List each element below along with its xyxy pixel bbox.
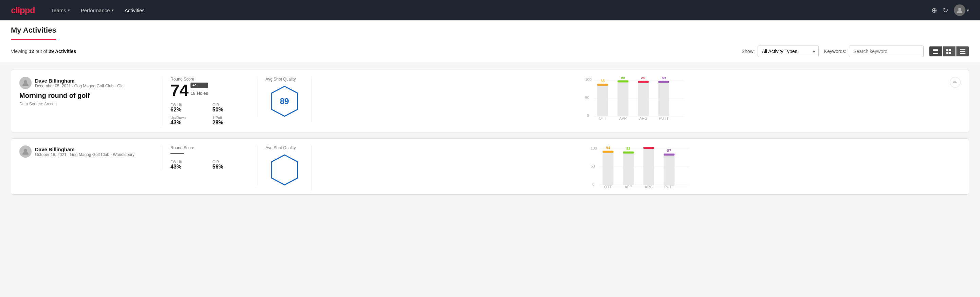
svg-text:89: 89 (662, 77, 665, 80)
svg-rect-4 (933, 53, 938, 54)
search-input[interactable] (849, 46, 924, 57)
svg-rect-3 (933, 52, 938, 52)
svg-rect-21 (597, 84, 608, 86)
svg-text:APP: APP (619, 116, 627, 120)
one-putt-value: 28% (213, 120, 249, 126)
fw-hit-value: 62% (170, 107, 207, 113)
list-dense-view-button[interactable] (929, 46, 942, 56)
score-badge: +4 (191, 83, 208, 88)
svg-rect-49 (623, 152, 634, 153)
svg-point-0 (958, 8, 961, 11)
list-view-button[interactable] (956, 46, 969, 56)
filter-bar: Viewing 12 out of 29 Activities Show: Al… (0, 40, 980, 63)
viewing-count-text: Viewing 12 out of 29 Activities (11, 49, 736, 54)
nav-performance[interactable]: Performance ▾ (81, 5, 114, 16)
svg-text:ARG: ARG (645, 185, 653, 189)
score-holes: 18 Holes (191, 91, 208, 96)
svg-text:0: 0 (587, 113, 589, 118)
svg-rect-2 (933, 50, 938, 51)
avatar-chevron-icon: ▾ (967, 8, 969, 13)
card-left: Dave Billingham December 05, 2021 · Gog … (19, 77, 162, 106)
nav-activities[interactable]: Activities (125, 5, 145, 16)
card-chart: 100 50 0 85 OTT 90 APP (312, 77, 950, 122)
performance-chevron-icon: ▾ (112, 8, 114, 13)
svg-rect-6 (949, 49, 951, 51)
activity-type-select[interactable]: All Activity Types (757, 46, 819, 57)
grid-view-button[interactable] (943, 46, 956, 56)
view-toggles (929, 46, 969, 56)
svg-rect-44 (603, 151, 614, 185)
svg-text:ARG: ARG (640, 116, 648, 120)
show-filter: Show: All Activity Types (741, 46, 819, 57)
app-logo[interactable]: clippd (11, 5, 35, 16)
svg-rect-32 (659, 81, 669, 116)
activity-title: Morning round of golf (19, 92, 154, 99)
svg-rect-29 (638, 81, 649, 83)
svg-rect-48 (623, 152, 634, 185)
user-date: October 16, 2021 · Gog Magog Golf Club -… (35, 152, 134, 157)
avg-shot-quality-label: Avg Shot Quality (266, 77, 296, 81)
activity-card: Dave Billingham December 05, 2021 · Gog … (11, 70, 969, 133)
svg-text:OTT: OTT (605, 185, 612, 189)
svg-text:85: 85 (600, 79, 605, 83)
card-round-score: Round Score FW Hit 43% GIR 56% (162, 145, 257, 170)
svg-rect-53 (643, 147, 654, 149)
card-shot-quality: Avg Shot Quality 89 (257, 77, 312, 117)
shot-quality-number: 89 (280, 96, 289, 106)
avatar (19, 77, 32, 89)
navbar: clippd Teams ▾ Performance ▾ Activities … (0, 0, 980, 21)
add-button[interactable]: ⊕ (931, 6, 937, 14)
svg-rect-57 (664, 153, 675, 156)
svg-rect-56 (664, 153, 675, 185)
score-partial (170, 153, 184, 154)
keywords-filter: Keywords: (824, 46, 924, 57)
round-score-label: Round Score (170, 145, 249, 150)
shot-quality-hexagon (271, 154, 298, 185)
card-left: Dave Billingham October 16, 2021 · Gog M… (19, 145, 162, 160)
svg-rect-28 (638, 81, 649, 116)
svg-text:90: 90 (621, 77, 625, 80)
svg-rect-33 (659, 81, 669, 83)
updown-label: Up/Down (170, 115, 207, 120)
user-avatar-menu[interactable]: ▾ (954, 5, 969, 16)
svg-rect-11 (960, 53, 966, 54)
avg-shot-quality-label: Avg Shot Quality (266, 145, 296, 150)
updown-value: 43% (170, 120, 207, 126)
refresh-button[interactable]: ↻ (943, 6, 948, 14)
svg-text:106: 106 (646, 145, 652, 146)
svg-rect-52 (643, 147, 654, 185)
svg-rect-5 (947, 49, 948, 51)
activity-type-select-wrap: All Activity Types (757, 46, 819, 57)
page-title: My Activities (11, 26, 56, 40)
svg-text:PUTT: PUTT (664, 185, 674, 189)
svg-rect-10 (960, 51, 966, 52)
svg-text:92: 92 (626, 147, 630, 150)
gir-label: GIR (213, 160, 249, 164)
card-shot-quality: Avg Shot Quality (257, 145, 312, 185)
page-header: My Activities (0, 21, 980, 40)
card-user-info: Dave Billingham December 05, 2021 · Gog … (19, 77, 154, 89)
data-source: Data Source: Arccos (19, 102, 154, 106)
svg-rect-1 (933, 49, 938, 50)
svg-text:50: 50 (585, 96, 590, 99)
avatar (954, 5, 966, 16)
fw-hit-label: FW Hit (170, 160, 207, 164)
svg-text:0: 0 (593, 182, 595, 186)
svg-rect-9 (960, 49, 966, 50)
svg-rect-8 (949, 52, 951, 54)
gir-label: GIR (213, 103, 249, 107)
svg-rect-25 (618, 81, 628, 83)
avatar (19, 145, 32, 158)
svg-rect-24 (618, 81, 628, 116)
nav-teams[interactable]: Teams ▾ (51, 5, 70, 16)
activities-list: Dave Billingham December 05, 2021 · Gog … (0, 63, 980, 201)
one-putt-label: 1 Putt (213, 115, 249, 120)
card-chart: 100 50 0 94 OTT 92 APP 106 (312, 145, 961, 191)
edit-button[interactable]: ✏ (950, 77, 961, 88)
svg-text:50: 50 (591, 164, 595, 168)
svg-text:APP: APP (624, 185, 632, 189)
gir-value: 50% (213, 107, 249, 113)
activity-card: Dave Billingham October 16, 2021 · Gog M… (11, 138, 969, 195)
show-label: Show: (741, 49, 755, 54)
fw-hit-value: 43% (170, 164, 207, 170)
